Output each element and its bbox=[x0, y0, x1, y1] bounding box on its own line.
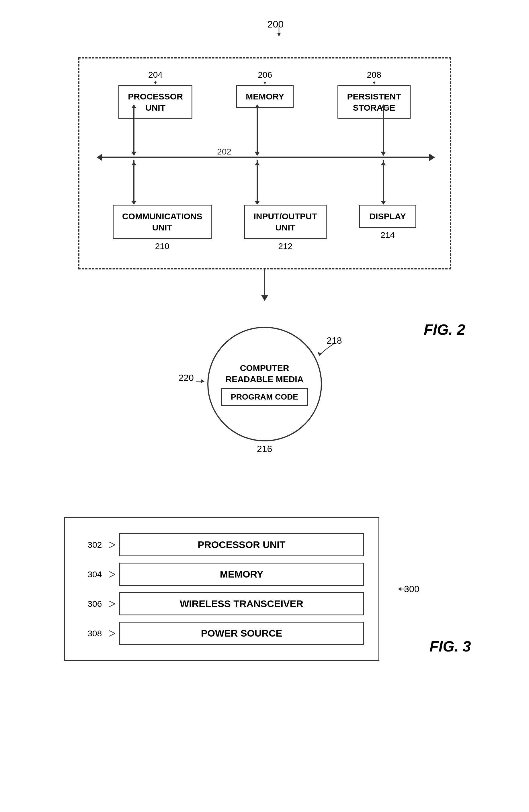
svg-marker-26 bbox=[255, 162, 260, 165]
svg-line-42 bbox=[109, 634, 115, 636]
ref-216: 216 bbox=[204, 444, 325, 454]
svg-line-36 bbox=[109, 545, 115, 548]
ref-220: 220 bbox=[178, 373, 194, 383]
memory-fig3-box: MEMORY bbox=[119, 563, 364, 586]
display-box: DISPLAY bbox=[359, 205, 416, 228]
bus-diagram: 202 bbox=[80, 104, 450, 211]
ref-306: 306 bbox=[79, 599, 102, 609]
page: 200 204 PROCESSORUNIT bbox=[0, 0, 529, 812]
svg-marker-19 bbox=[381, 104, 386, 108]
svg-marker-25 bbox=[255, 201, 260, 205]
circle-text: COMPUTERREADABLE MEDIA bbox=[226, 362, 304, 385]
ref-212: 212 bbox=[244, 241, 327, 251]
fig3-row-1: 302 PROCESSOR UNIT bbox=[79, 533, 364, 556]
fig2-dashed-box: 204 PROCESSORUNIT 206 bbox=[78, 57, 451, 270]
svg-line-40 bbox=[109, 604, 115, 607]
ref-308: 308 bbox=[79, 628, 102, 638]
ref-302: 302 bbox=[79, 540, 102, 550]
svg-line-38 bbox=[109, 575, 115, 577]
ref-208: 208 bbox=[338, 70, 410, 80]
svg-marker-14 bbox=[131, 151, 137, 156]
wireless-transceiver-label: WIRELESS TRANSCEIVER bbox=[180, 598, 303, 609]
processor-unit-fig3-label: PROCESSOR UNIT bbox=[198, 539, 285, 550]
fig2-container: 200 204 PROCESSORUNIT bbox=[64, 17, 465, 454]
circle-container: 218 220 COMPUTERREADABLE MEDIA bbox=[204, 327, 325, 454]
svg-marker-3 bbox=[154, 82, 157, 84]
fig3-section: 302 PROCESSOR UNIT 304 bbox=[64, 517, 465, 661]
circle-section: 218 220 COMPUTERREADABLE MEDIA bbox=[64, 304, 465, 454]
ref-206: 206 bbox=[236, 70, 294, 80]
svg-marker-23 bbox=[131, 162, 137, 165]
ref-206-arrow bbox=[261, 82, 269, 84]
fig3-row-4: 308 POWER SOURCE bbox=[79, 622, 364, 645]
communications-unit-col: COMMUNICATIONSUNIT 210 bbox=[113, 205, 212, 251]
ref-304: 304 bbox=[79, 569, 102, 579]
svg-line-35 bbox=[109, 542, 115, 545]
svg-text:202: 202 bbox=[217, 147, 231, 156]
fig3-row-3: 306 WIRELESS TRANSCEIVER bbox=[79, 592, 364, 615]
ref-220-arrow bbox=[193, 377, 207, 386]
tick-304 bbox=[108, 570, 116, 579]
communications-unit-box: COMMUNICATIONSUNIT bbox=[113, 205, 212, 239]
memory-label: MEMORY bbox=[246, 92, 284, 101]
svg-marker-16 bbox=[255, 104, 260, 108]
ref-300-arrow bbox=[395, 583, 412, 595]
svg-marker-13 bbox=[131, 104, 137, 108]
power-source-box: POWER SOURCE bbox=[119, 622, 364, 645]
box-to-circle-arrow bbox=[64, 270, 465, 304]
fig3-title: FIG. 3 bbox=[429, 638, 471, 655]
svg-line-39 bbox=[109, 601, 115, 604]
ref-218-arrow bbox=[316, 341, 339, 358]
fig2-title: FIG. 2 bbox=[424, 321, 465, 338]
wireless-transceiver-box: WIRELESS TRANSCEIVER bbox=[119, 592, 364, 615]
communications-unit-label: COMMUNICATIONSUNIT bbox=[122, 212, 202, 232]
fig3-wrapper: 302 PROCESSOR UNIT 304 bbox=[64, 517, 379, 661]
svg-marker-17 bbox=[255, 151, 260, 156]
down-arrow-to-circle bbox=[256, 270, 273, 304]
ref-200-arrow bbox=[273, 26, 285, 37]
computer-readable-media-label: COMPUTERREADABLE MEDIA bbox=[226, 363, 304, 384]
ref-204: 204 bbox=[118, 70, 192, 80]
svg-marker-5 bbox=[263, 82, 266, 84]
svg-marker-31 bbox=[261, 295, 268, 301]
program-code-label: PROGRAM CODE bbox=[231, 392, 298, 401]
processor-unit-fig3-box: PROCESSOR UNIT bbox=[119, 533, 364, 556]
io-unit-label: INPUT/OUTPUTUNIT bbox=[254, 212, 317, 232]
svg-marker-29 bbox=[381, 162, 386, 165]
ref-204-arrow bbox=[151, 82, 160, 84]
svg-line-37 bbox=[109, 571, 115, 575]
ref-208-arrow bbox=[370, 82, 378, 84]
svg-marker-22 bbox=[131, 201, 137, 205]
tick-308 bbox=[108, 629, 116, 638]
svg-line-41 bbox=[109, 630, 115, 634]
fig3-outer-box: 302 PROCESSOR UNIT 304 bbox=[64, 517, 379, 661]
io-unit-col: INPUT/OUTPUTUNIT 212 bbox=[244, 205, 327, 251]
svg-marker-32 bbox=[318, 352, 322, 356]
svg-marker-20 bbox=[381, 151, 386, 156]
ref-214: 214 bbox=[359, 230, 416, 240]
power-source-label: POWER SOURCE bbox=[201, 628, 282, 639]
svg-marker-1 bbox=[277, 33, 281, 37]
program-code-box: PROGRAM CODE bbox=[221, 388, 308, 406]
circle: COMPUTERREADABLE MEDIA PROGRAM CODE bbox=[207, 327, 322, 441]
fig3-row-2: 304 MEMORY bbox=[79, 563, 364, 586]
display-label: DISPLAY bbox=[369, 212, 406, 221]
svg-marker-44 bbox=[398, 587, 401, 591]
tick-306 bbox=[108, 599, 116, 608]
svg-marker-28 bbox=[381, 201, 386, 205]
io-unit-box: INPUT/OUTPUTUNIT bbox=[244, 205, 327, 239]
svg-marker-7 bbox=[373, 82, 376, 84]
tick-302 bbox=[108, 540, 116, 549]
ref-210: 210 bbox=[113, 241, 212, 251]
bottom-row: COMMUNICATIONSUNIT 210 INPUT/OUTPUTUNIT … bbox=[80, 205, 450, 260]
display-col: DISPLAY 214 bbox=[359, 205, 416, 251]
memory-fig3-label: MEMORY bbox=[220, 569, 263, 580]
svg-marker-34 bbox=[201, 379, 204, 383]
